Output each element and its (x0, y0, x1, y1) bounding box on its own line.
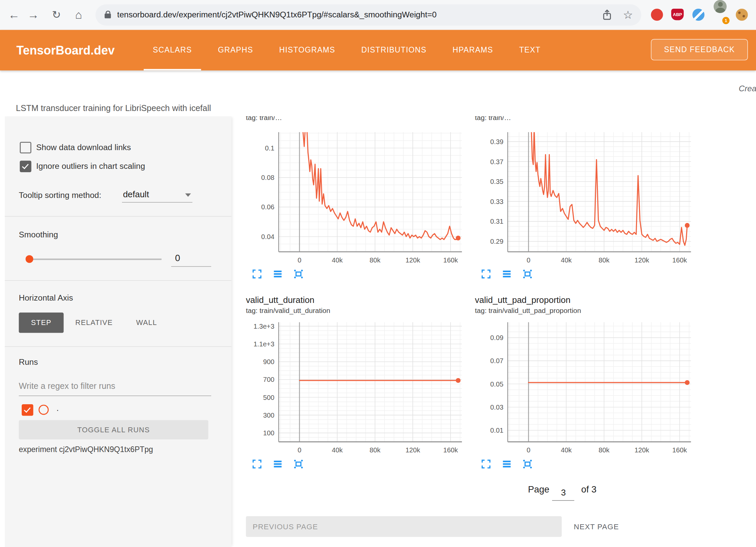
tab-label: GRAPHS (218, 46, 253, 54)
run-name: . (56, 403, 59, 413)
brand-logo[interactable]: TensorBoard.dev (16, 30, 115, 70)
svg-text:40k: 40k (332, 256, 343, 264)
ignore-outliers-checkbox[interactable] (20, 160, 31, 172)
axis-step-button[interactable]: STEP (19, 313, 64, 333)
forward-icon[interactable]: → (25, 0, 41, 30)
experiment-id-caption: experiment cj2vtPiwQHKN9Q1tx6PTpg (19, 445, 153, 454)
svg-text:0.05: 0.05 (490, 380, 503, 388)
profile-avatar[interactable] (714, 0, 727, 13)
expand-chart-icon[interactable] (481, 269, 491, 279)
fit-domain-icon[interactable] (294, 269, 303, 279)
address-bar[interactable]: tensorboard.dev/experiment/cj2vtPiwQHKN9… (96, 4, 641, 25)
axis-wall-button[interactable]: WALL (124, 313, 169, 333)
svg-text:500: 500 (263, 394, 274, 401)
toggle-y-axis-icon[interactable] (502, 459, 512, 469)
smoothing-label: Smoothing (19, 230, 58, 240)
smoothing-value-field[interactable]: 0 (171, 249, 211, 267)
fit-domain-icon[interactable] (523, 269, 532, 279)
runs-filter-placeholder: Write a regex to filter runs (19, 377, 211, 396)
tab-text[interactable]: TEXT (506, 30, 554, 70)
tab-distributions[interactable]: DISTRIBUTIONS (348, 30, 439, 70)
divider (5, 216, 231, 216)
chart-card-top-left: tag: train/… 0.040.060.080.1040k80k120k1… (246, 116, 468, 279)
padlock-icon (105, 13, 111, 18)
cookie-extension-icon[interactable] (736, 9, 748, 21)
tooltip-sorting-value: default (122, 188, 193, 201)
toggle-y-axis-icon[interactable] (273, 269, 283, 279)
tab-label: TEXT (519, 46, 540, 54)
axis-relative-button[interactable]: RELATIVE (64, 313, 124, 333)
tab-label: HPARAMS (453, 46, 493, 54)
abp-extension-icon[interactable]: ABP (671, 9, 684, 20)
tab-graphs[interactable]: GRAPHS (205, 30, 266, 70)
subheader-strip: Crea LSTM transducer training for LibriS… (0, 71, 756, 116)
send-feedback-button[interactable]: SEND FEEDBACK (651, 39, 748, 60)
svg-text:40k: 40k (332, 446, 343, 454)
fit-domain-icon[interactable] (523, 459, 532, 469)
chart-card-valid-utt-duration: valid_utt_duration tag: train/valid_utt_… (246, 294, 468, 469)
expand-chart-icon[interactable] (252, 459, 262, 469)
tab-hparams[interactable]: HPARAMS (439, 30, 506, 70)
smoothing-slider-track[interactable] (26, 258, 161, 260)
adblock-extension-icon[interactable] (651, 9, 663, 21)
smoothing-slider-thumb[interactable] (25, 255, 33, 263)
browser-toolbar: ← → ↻ ⌂ tensorboard.dev/experiment/cj2vt… (0, 0, 756, 30)
avatar-notification-badge: 1 (721, 16, 730, 25)
chart-tag: tag: train/… (475, 116, 697, 123)
svg-text:80k: 80k (599, 446, 610, 454)
home-icon[interactable]: ⌂ (71, 0, 87, 30)
content-area: Show data download links Ignore outliers… (0, 116, 756, 547)
svg-text:80k: 80k (370, 256, 381, 264)
run-checkbox[interactable] (22, 404, 33, 416)
next-page-button[interactable]: NEXT PAGE (574, 516, 619, 537)
fit-domain-icon[interactable] (294, 459, 303, 469)
svg-text:0: 0 (297, 256, 301, 264)
back-icon[interactable]: ← (6, 0, 22, 30)
svg-text:120k: 120k (634, 446, 649, 454)
tooltip-sorting-label: Tooltip sorting method: (19, 191, 101, 200)
tooltip-sorting-dropdown[interactable]: default (122, 188, 193, 203)
svg-text:0.06: 0.06 (261, 203, 274, 211)
show-download-links-label: Show data download links (36, 143, 131, 152)
chart-toolbar (246, 459, 468, 469)
scalar-line-chart[interactable]: 0.290.310.330.350.370.39040k80k120k160k (475, 128, 697, 268)
expand-chart-icon[interactable] (481, 459, 491, 469)
svg-text:40k: 40k (561, 256, 572, 264)
svg-text:160k: 160k (672, 446, 687, 454)
svg-text:80k: 80k (370, 446, 381, 454)
tab-label: SCALARS (153, 46, 192, 54)
runs-filter-input[interactable]: Write a regex to filter runs (19, 377, 211, 396)
scalar-line-chart[interactable]: 0.040.060.080.1040k80k120k160k (246, 128, 468, 268)
chart-tag: tag: train/valid_utt_pad_proportion (475, 306, 697, 316)
share-icon[interactable] (602, 9, 612, 21)
tab-histograms[interactable]: HISTOGRAMS (266, 30, 348, 70)
divider (5, 280, 231, 281)
horizontal-axis-label: Horizontal Axis (19, 293, 73, 303)
reload-icon[interactable]: ↻ (48, 0, 65, 30)
svg-text:1.3e+3: 1.3e+3 (254, 323, 274, 330)
toggle-all-runs-button[interactable]: TOGGLE ALL RUNS (19, 420, 208, 440)
svg-text:700: 700 (263, 376, 274, 383)
svg-text:100: 100 (263, 429, 274, 437)
svg-text:900: 900 (263, 358, 274, 365)
previous-page-button[interactable]: PREVIOUS PAGE (246, 516, 562, 537)
url-text: tensorboard.dev/experiment/cj2vtPiwQHKN9… (117, 10, 437, 20)
scalar-line-chart[interactable]: 0.010.030.050.070.09040k80k120k160k (475, 318, 697, 458)
page-number-input[interactable]: 3 (552, 488, 574, 501)
scalar-line-chart[interactable]: 1003005007009001.1e+31.3e+3040k80k120k16… (246, 318, 468, 458)
page-total-label: of 3 (581, 484, 597, 495)
runs-label: Runs (19, 357, 38, 367)
bookmark-star-icon[interactable]: ☆ (623, 0, 633, 30)
toggle-y-axis-icon[interactable] (273, 459, 283, 469)
clipped-right-text: Crea (739, 84, 756, 94)
chart-toolbar (246, 269, 468, 279)
svg-text:160k: 160k (443, 446, 458, 454)
tensorboard-header: TensorBoard.dev SCALARS GRAPHS HISTOGRAM… (0, 30, 756, 70)
toggle-y-axis-icon[interactable] (502, 269, 512, 279)
tab-scalars[interactable]: SCALARS (140, 30, 205, 70)
show-download-links-checkbox[interactable] (20, 142, 31, 153)
screenshot-extension-icon[interactable] (692, 9, 705, 21)
page-label: Page (528, 484, 549, 495)
expand-chart-icon[interactable] (252, 269, 262, 279)
svg-text:80k: 80k (599, 256, 610, 264)
